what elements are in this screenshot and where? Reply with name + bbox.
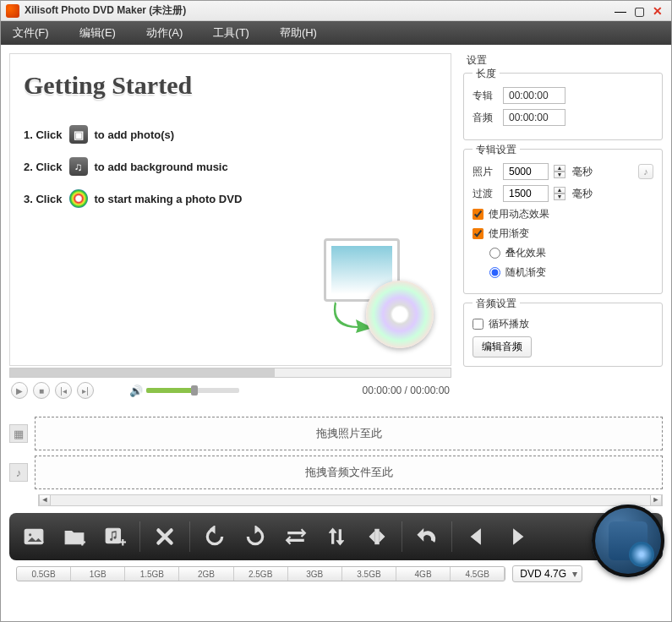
- close-button[interactable]: ✕: [649, 4, 666, 18]
- capacity-tick: 4GB: [396, 567, 451, 581]
- audio-dropzone[interactable]: 拖拽音频文件至此: [35, 456, 663, 489]
- preview-panel: Getting Started 1. Click ▣ to add photo(…: [1, 45, 460, 408]
- playback-timecode: 00:00:00 / 00:00:00: [363, 385, 450, 396]
- audio-length-value: 00:00:00: [503, 109, 565, 126]
- add-music-icon: ♫: [69, 157, 88, 176]
- album-length-label: 专辑: [473, 89, 498, 103]
- maximize-button[interactable]: ▢: [631, 4, 647, 18]
- audio-length-label: 音频: [473, 111, 498, 125]
- add-music-button[interactable]: +: [99, 521, 131, 553]
- rotate-ccw-button[interactable]: [199, 521, 231, 553]
- photo-track-icon: ▦: [9, 424, 28, 443]
- step-3: 3. Click to start making a photo DVD: [24, 189, 437, 208]
- svg-rect-5: [375, 529, 379, 543]
- sort-button[interactable]: [320, 521, 352, 553]
- menu-action[interactable]: 动作(A): [146, 25, 183, 41]
- overlap-effect-label: 叠化效果: [505, 246, 546, 260]
- rotate-cw-button[interactable]: [239, 521, 271, 553]
- shuffle-button[interactable]: [280, 521, 312, 553]
- timeline-panel: ▦ 拖拽照片至此 ♪ 拖拽音频文件至此 ◄ ►: [1, 408, 671, 506]
- svg-text:+: +: [119, 536, 126, 548]
- length-group: 长度 专辑 00:00:00 音频 00:00:00: [463, 73, 663, 140]
- stop-button[interactable]: ■: [33, 382, 50, 399]
- photo-duration-unit: 毫秒: [572, 165, 593, 179]
- window-title: Xilisoft Photo DVD Maker (未注册): [25, 3, 610, 18]
- audio-settings-group: 音频设置 循环播放 编辑音频: [463, 303, 663, 367]
- menu-help[interactable]: 帮助(H): [280, 25, 317, 41]
- step-1-text: to add photo(s): [95, 128, 175, 141]
- volume-slider[interactable]: [146, 388, 239, 393]
- move-right-button[interactable]: [501, 521, 533, 553]
- step-2-prefix: 2. Click: [24, 161, 63, 173]
- step-1-prefix: 1. Click: [24, 128, 63, 141]
- scroll-right-button[interactable]: ►: [650, 495, 662, 505]
- capacity-tick: 0.5GB: [17, 567, 71, 581]
- add-photo-button[interactable]: [18, 521, 50, 553]
- audio-track-icon: ♪: [9, 463, 28, 482]
- move-left-button[interactable]: [461, 521, 493, 553]
- photo-duration-input[interactable]: [503, 163, 549, 180]
- loop-playback-checkbox[interactable]: [473, 319, 484, 330]
- step-3-prefix: 3. Click: [24, 193, 63, 205]
- album-settings-group: 专辑设置 照片 ▲▼ 毫秒 ♪ 过渡 ▲▼ 毫秒 使用动态效果 使用渐变: [463, 149, 663, 294]
- step-2-text: to add background music: [95, 161, 228, 173]
- undo-button[interactable]: [411, 521, 443, 553]
- photo-track: ▦ 拖拽照片至此: [9, 417, 663, 450]
- prev-button[interactable]: |◂: [55, 382, 72, 399]
- photo-duration-label: 照片: [473, 165, 498, 179]
- scroll-left-button[interactable]: ◄: [39, 495, 51, 505]
- playback-bar: ▶ ■ |◂ ▸| 🔊 00:00:00 / 00:00:00: [9, 378, 451, 400]
- main-toolbar: + +: [9, 513, 663, 560]
- timeline-scrollbar[interactable]: ◄ ►: [38, 494, 663, 506]
- random-fade-radio[interactable]: [489, 267, 500, 278]
- minimize-button[interactable]: —: [612, 4, 629, 18]
- audio-track: ♪ 拖拽音频文件至此: [9, 456, 663, 489]
- dynamic-effect-checkbox[interactable]: [473, 209, 484, 220]
- capacity-tick: 3GB: [288, 567, 342, 581]
- svg-point-1: [29, 533, 32, 537]
- capacity-tick: 2.5GB: [234, 567, 288, 581]
- app-logo-icon: [6, 4, 19, 18]
- capacity-tick: 2GB: [179, 567, 233, 581]
- delete-button[interactable]: [149, 521, 181, 553]
- photo-duration-spinner[interactable]: ▲▼: [554, 165, 565, 178]
- capacity-bar: 0.5GB1GB1.5GB2GB2.5GB3GB3.5GB4GB4.5GB DV…: [16, 565, 663, 582]
- transition-duration-spinner[interactable]: ▲▼: [554, 187, 565, 200]
- use-fade-checkbox[interactable]: [473, 228, 484, 239]
- menu-edit[interactable]: 编辑(E): [79, 25, 116, 41]
- disc-size-selector[interactable]: DVD 4.7G: [512, 565, 582, 582]
- length-group-label: 长度: [473, 67, 500, 81]
- volume-icon: 🔊: [129, 385, 141, 397]
- getting-started-canvas: Getting Started 1. Click ▣ to add photo(…: [9, 53, 451, 366]
- menu-tools[interactable]: 工具(T): [213, 25, 249, 41]
- capacity-tick: 1GB: [71, 567, 125, 581]
- menu-file[interactable]: 文件(F): [13, 25, 49, 41]
- album-settings-label: 专辑设置: [473, 143, 520, 157]
- svg-text:+: +: [79, 536, 85, 548]
- preview-scrollbar[interactable]: [9, 368, 451, 378]
- transition-button[interactable]: [361, 521, 393, 553]
- audio-settings-label: 音频设置: [473, 297, 520, 311]
- next-button[interactable]: ▸|: [77, 382, 94, 399]
- transition-duration-input[interactable]: [503, 185, 549, 202]
- settings-panel: 设置 长度 专辑 00:00:00 音频 00:00:00 专辑设置 照片 ▲▼…: [460, 45, 671, 408]
- titlebar: Xilisoft Photo DVD Maker (未注册) — ▢ ✕: [1, 1, 671, 21]
- overlap-effect-radio[interactable]: [489, 248, 500, 259]
- loop-playback-label: 循环播放: [489, 317, 529, 331]
- use-fade-label: 使用渐变: [489, 226, 529, 241]
- menubar: 文件(F) 编辑(E) 动作(A) 工具(T) 帮助(H): [1, 21, 671, 45]
- capacity-ruler: 0.5GB1GB1.5GB2GB2.5GB3GB3.5GB4GB4.5GB: [16, 566, 505, 581]
- dynamic-effect-label: 使用动态效果: [489, 207, 549, 221]
- step-2: 2. Click ♫ to add background music: [24, 157, 437, 176]
- transition-duration-label: 过渡: [473, 187, 498, 201]
- burn-dvd-button[interactable]: [592, 505, 664, 577]
- add-folder-button[interactable]: +: [58, 521, 90, 553]
- play-button[interactable]: ▶: [11, 382, 28, 399]
- add-photo-icon: ▣: [69, 125, 88, 144]
- edit-audio-button[interactable]: 编辑音频: [473, 336, 532, 357]
- step-3-text: to start making a photo DVD: [95, 193, 243, 205]
- capacity-tick: 3.5GB: [342, 567, 396, 581]
- sync-music-icon[interactable]: ♪: [638, 164, 653, 179]
- photo-dropzone[interactable]: 拖拽照片至此: [35, 417, 663, 450]
- random-fade-label: 随机渐变: [505, 265, 546, 280]
